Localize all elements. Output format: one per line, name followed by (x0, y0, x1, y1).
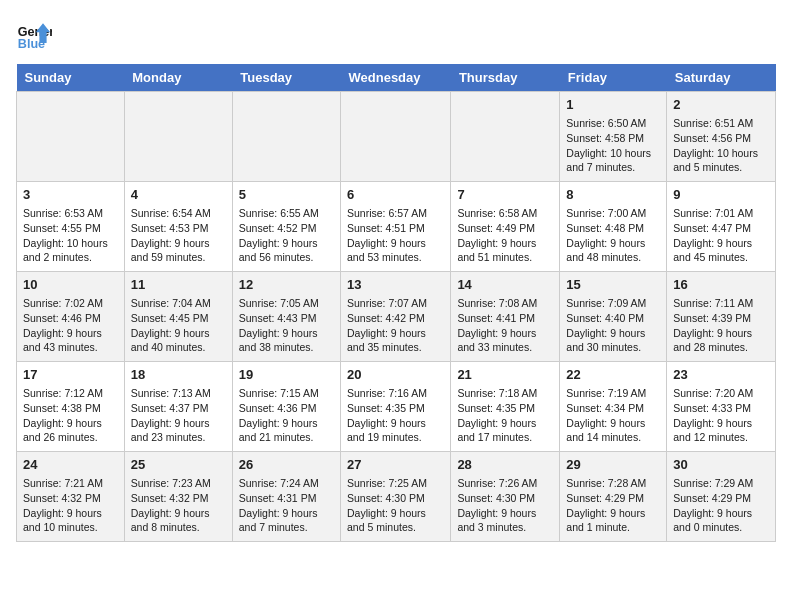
day-number: 5 (239, 186, 334, 204)
day-cell (232, 92, 340, 182)
weekday-thursday: Thursday (451, 64, 560, 92)
day-info: Sunrise: 7:07 AM Sunset: 4:42 PM Dayligh… (347, 296, 444, 355)
day-number: 9 (673, 186, 769, 204)
day-number: 17 (23, 366, 118, 384)
day-info: Sunrise: 7:29 AM Sunset: 4:29 PM Dayligh… (673, 476, 769, 535)
day-cell: 19Sunrise: 7:15 AM Sunset: 4:36 PM Dayli… (232, 362, 340, 452)
day-info: Sunrise: 7:01 AM Sunset: 4:47 PM Dayligh… (673, 206, 769, 265)
day-info: Sunrise: 7:13 AM Sunset: 4:37 PM Dayligh… (131, 386, 226, 445)
day-number: 3 (23, 186, 118, 204)
weekday-monday: Monday (124, 64, 232, 92)
day-number: 22 (566, 366, 660, 384)
day-number: 12 (239, 276, 334, 294)
day-info: Sunrise: 7:20 AM Sunset: 4:33 PM Dayligh… (673, 386, 769, 445)
day-number: 8 (566, 186, 660, 204)
day-info: Sunrise: 7:18 AM Sunset: 4:35 PM Dayligh… (457, 386, 553, 445)
day-cell (341, 92, 451, 182)
day-info: Sunrise: 7:26 AM Sunset: 4:30 PM Dayligh… (457, 476, 553, 535)
day-cell: 25Sunrise: 7:23 AM Sunset: 4:32 PM Dayli… (124, 452, 232, 542)
day-cell: 8Sunrise: 7:00 AM Sunset: 4:48 PM Daylig… (560, 182, 667, 272)
weekday-saturday: Saturday (667, 64, 776, 92)
day-info: Sunrise: 7:08 AM Sunset: 4:41 PM Dayligh… (457, 296, 553, 355)
day-number: 4 (131, 186, 226, 204)
week-row-3: 17Sunrise: 7:12 AM Sunset: 4:38 PM Dayli… (17, 362, 776, 452)
day-info: Sunrise: 6:55 AM Sunset: 4:52 PM Dayligh… (239, 206, 334, 265)
day-number: 6 (347, 186, 444, 204)
day-number: 16 (673, 276, 769, 294)
day-number: 19 (239, 366, 334, 384)
day-cell: 21Sunrise: 7:18 AM Sunset: 4:35 PM Dayli… (451, 362, 560, 452)
day-number: 29 (566, 456, 660, 474)
day-cell: 22Sunrise: 7:19 AM Sunset: 4:34 PM Dayli… (560, 362, 667, 452)
day-info: Sunrise: 6:53 AM Sunset: 4:55 PM Dayligh… (23, 206, 118, 265)
day-info: Sunrise: 7:21 AM Sunset: 4:32 PM Dayligh… (23, 476, 118, 535)
day-number: 23 (673, 366, 769, 384)
day-number: 15 (566, 276, 660, 294)
day-cell: 18Sunrise: 7:13 AM Sunset: 4:37 PM Dayli… (124, 362, 232, 452)
day-info: Sunrise: 6:51 AM Sunset: 4:56 PM Dayligh… (673, 116, 769, 175)
week-row-2: 10Sunrise: 7:02 AM Sunset: 4:46 PM Dayli… (17, 272, 776, 362)
day-info: Sunrise: 7:23 AM Sunset: 4:32 PM Dayligh… (131, 476, 226, 535)
logo: General Blue (16, 16, 58, 52)
week-row-4: 24Sunrise: 7:21 AM Sunset: 4:32 PM Dayli… (17, 452, 776, 542)
day-info: Sunrise: 7:15 AM Sunset: 4:36 PM Dayligh… (239, 386, 334, 445)
day-cell: 11Sunrise: 7:04 AM Sunset: 4:45 PM Dayli… (124, 272, 232, 362)
day-cell: 14Sunrise: 7:08 AM Sunset: 4:41 PM Dayli… (451, 272, 560, 362)
day-info: Sunrise: 7:04 AM Sunset: 4:45 PM Dayligh… (131, 296, 226, 355)
day-cell: 23Sunrise: 7:20 AM Sunset: 4:33 PM Dayli… (667, 362, 776, 452)
day-cell: 12Sunrise: 7:05 AM Sunset: 4:43 PM Dayli… (232, 272, 340, 362)
weekday-tuesday: Tuesday (232, 64, 340, 92)
day-info: Sunrise: 7:24 AM Sunset: 4:31 PM Dayligh… (239, 476, 334, 535)
day-cell: 10Sunrise: 7:02 AM Sunset: 4:46 PM Dayli… (17, 272, 125, 362)
weekday-friday: Friday (560, 64, 667, 92)
day-info: Sunrise: 7:02 AM Sunset: 4:46 PM Dayligh… (23, 296, 118, 355)
calendar-table: SundayMondayTuesdayWednesdayThursdayFrid… (16, 64, 776, 542)
day-cell (124, 92, 232, 182)
day-number: 10 (23, 276, 118, 294)
weekday-header-row: SundayMondayTuesdayWednesdayThursdayFrid… (17, 64, 776, 92)
day-cell: 24Sunrise: 7:21 AM Sunset: 4:32 PM Dayli… (17, 452, 125, 542)
weekday-sunday: Sunday (17, 64, 125, 92)
day-cell: 28Sunrise: 7:26 AM Sunset: 4:30 PM Dayli… (451, 452, 560, 542)
day-info: Sunrise: 7:16 AM Sunset: 4:35 PM Dayligh… (347, 386, 444, 445)
day-cell: 17Sunrise: 7:12 AM Sunset: 4:38 PM Dayli… (17, 362, 125, 452)
day-number: 14 (457, 276, 553, 294)
day-cell: 30Sunrise: 7:29 AM Sunset: 4:29 PM Dayli… (667, 452, 776, 542)
day-number: 26 (239, 456, 334, 474)
day-info: Sunrise: 6:50 AM Sunset: 4:58 PM Dayligh… (566, 116, 660, 175)
day-cell: 5Sunrise: 6:55 AM Sunset: 4:52 PM Daylig… (232, 182, 340, 272)
day-number: 27 (347, 456, 444, 474)
day-info: Sunrise: 7:25 AM Sunset: 4:30 PM Dayligh… (347, 476, 444, 535)
day-cell: 29Sunrise: 7:28 AM Sunset: 4:29 PM Dayli… (560, 452, 667, 542)
day-cell: 2Sunrise: 6:51 AM Sunset: 4:56 PM Daylig… (667, 92, 776, 182)
day-cell: 9Sunrise: 7:01 AM Sunset: 4:47 PM Daylig… (667, 182, 776, 272)
day-info: Sunrise: 7:19 AM Sunset: 4:34 PM Dayligh… (566, 386, 660, 445)
day-number: 24 (23, 456, 118, 474)
day-info: Sunrise: 7:05 AM Sunset: 4:43 PM Dayligh… (239, 296, 334, 355)
day-cell (451, 92, 560, 182)
weekday-wednesday: Wednesday (341, 64, 451, 92)
day-info: Sunrise: 7:11 AM Sunset: 4:39 PM Dayligh… (673, 296, 769, 355)
day-number: 30 (673, 456, 769, 474)
day-number: 28 (457, 456, 553, 474)
day-cell: 6Sunrise: 6:57 AM Sunset: 4:51 PM Daylig… (341, 182, 451, 272)
day-cell: 4Sunrise: 6:54 AM Sunset: 4:53 PM Daylig… (124, 182, 232, 272)
day-info: Sunrise: 6:57 AM Sunset: 4:51 PM Dayligh… (347, 206, 444, 265)
day-info: Sunrise: 6:58 AM Sunset: 4:49 PM Dayligh… (457, 206, 553, 265)
day-cell (17, 92, 125, 182)
day-number: 11 (131, 276, 226, 294)
day-cell: 13Sunrise: 7:07 AM Sunset: 4:42 PM Dayli… (341, 272, 451, 362)
day-cell: 26Sunrise: 7:24 AM Sunset: 4:31 PM Dayli… (232, 452, 340, 542)
day-cell: 7Sunrise: 6:58 AM Sunset: 4:49 PM Daylig… (451, 182, 560, 272)
day-cell: 1Sunrise: 6:50 AM Sunset: 4:58 PM Daylig… (560, 92, 667, 182)
day-cell: 3Sunrise: 6:53 AM Sunset: 4:55 PM Daylig… (17, 182, 125, 272)
week-row-1: 3Sunrise: 6:53 AM Sunset: 4:55 PM Daylig… (17, 182, 776, 272)
day-cell: 27Sunrise: 7:25 AM Sunset: 4:30 PM Dayli… (341, 452, 451, 542)
day-number: 1 (566, 96, 660, 114)
header: General Blue (16, 16, 776, 52)
day-number: 20 (347, 366, 444, 384)
day-cell: 16Sunrise: 7:11 AM Sunset: 4:39 PM Dayli… (667, 272, 776, 362)
day-number: 13 (347, 276, 444, 294)
day-number: 21 (457, 366, 553, 384)
logo-icon: General Blue (16, 16, 52, 52)
